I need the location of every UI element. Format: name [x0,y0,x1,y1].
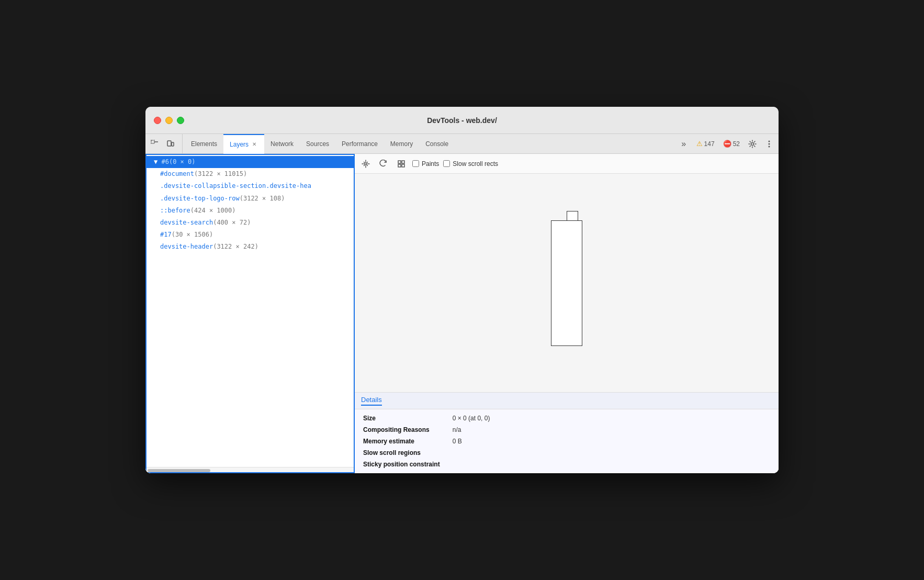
more-options-button[interactable] [762,137,776,151]
detail-key-size: Size [355,412,448,424]
details-grid: Size 0 × 0 (at 0, 0) Compositing Reasons… [355,409,779,473]
details-tab[interactable]: Details [361,396,382,406]
svg-rect-11 [398,164,401,167]
svg-rect-12 [402,164,404,167]
detail-value-slow-scroll [448,447,779,459]
tab-layers[interactable]: Layers ✕ [223,134,264,153]
layers-panel: ▼ #6(0 × 0) #document(3122 × 11015) .dev… [145,154,355,473]
devtools-window: DevTools - web.dev/ Elements [145,107,779,473]
detail-value-sticky [448,459,779,470]
layers-scrollbar[interactable] [145,467,354,473]
svg-rect-10 [402,161,404,163]
slow-scroll-checkbox[interactable] [443,160,450,167]
pan-tool-button[interactable] [359,157,373,171]
layer-item-document[interactable]: #document(3122 × 11015) [145,168,354,180]
tab-bar: Elements Layers ✕ Network Sources Perfor… [145,134,779,154]
toolbar-left [148,134,183,153]
svg-rect-2 [167,141,171,146]
tab-console[interactable]: Console [419,134,455,153]
minimize-button[interactable] [165,117,173,124]
main-content: ▼ #6(0 × 0) #document(3122 × 11015) .dev… [145,154,779,473]
inspect-element-button[interactable] [148,137,162,151]
warning-icon: ⚠ [696,140,703,148]
svg-point-4 [751,142,754,145]
tab-sources[interactable]: Sources [300,134,335,153]
page-preview [551,220,582,346]
details-header: Details [355,393,779,409]
svg-point-8 [365,163,367,165]
detail-value-memory: 0 B [448,436,779,447]
tab-layers-close[interactable]: ✕ [251,141,258,148]
layer-item-6[interactable]: ▼ #6(0 × 0) [145,156,354,168]
page-tab [567,211,578,220]
svg-rect-9 [398,161,401,163]
errors-badge[interactable]: ⛔ 52 [720,139,743,149]
rotate-tool-button[interactable] [377,157,390,171]
svg-point-5 [769,140,770,142]
svg-point-7 [769,146,770,147]
details-panel: Details Size 0 × 0 (at 0, 0) Compositing… [355,392,779,473]
tab-performance[interactable]: Performance [335,134,384,153]
layer-item-header[interactable]: devsite-header(3122 × 242) [145,241,354,253]
detail-value-compositing: n/a [448,424,779,436]
layer-item-17[interactable]: #17(30 × 1506) [145,229,354,241]
reset-view-button[interactable] [395,157,408,171]
detail-key-slow-scroll: Slow scroll regions [355,447,448,459]
paints-checkbox-label[interactable]: Paints [412,160,439,168]
title-bar: DevTools - web.dev/ [145,107,779,134]
tab-elements[interactable]: Elements [185,134,223,153]
svg-rect-0 [151,140,154,143]
detail-key-sticky: Sticky position constraint [355,459,448,470]
tab-network[interactable]: Network [264,134,300,153]
traffic-lights [154,117,184,124]
right-panel: Paints Slow scroll rects Details [355,154,779,473]
svg-rect-3 [172,142,174,146]
page-outline [551,220,582,346]
warnings-badge[interactable]: ⚠ 147 [693,139,718,149]
scrollbar-thumb[interactable] [148,469,210,472]
error-icon: ⛔ [723,140,731,148]
layers-toolbar: Paints Slow scroll rects [355,154,779,174]
canvas-area[interactable] [355,174,779,392]
settings-button[interactable] [745,137,760,151]
close-button[interactable] [154,117,161,124]
device-toolbar-button[interactable] [163,137,178,151]
detail-key-compositing: Compositing Reasons [355,424,448,436]
tabs-right: » ⚠ 147 ⛔ 52 [674,134,776,153]
detail-value-size: 0 × 0 (at 0, 0) [448,412,779,424]
window-title: DevTools - web.dev/ [427,116,497,125]
layers-tree[interactable]: ▼ #6(0 × 0) #document(3122 × 11015) .dev… [145,154,354,467]
layer-item-collapsible[interactable]: .devsite-collapsible-section.devsite-hea [145,180,354,192]
svg-point-6 [769,143,770,144]
more-tabs-button[interactable]: » [677,137,691,151]
layer-item-search[interactable]: devsite-search(400 × 72) [145,217,354,229]
slow-scroll-checkbox-label[interactable]: Slow scroll rects [443,160,498,168]
layer-item-logo-row[interactable]: .devsite-top-logo-row(3122 × 108) [145,193,354,205]
detail-key-memory: Memory estimate [355,436,448,447]
tabs-container: Elements Layers ✕ Network Sources Perfor… [185,134,674,153]
paints-checkbox[interactable] [412,160,419,167]
maximize-button[interactable] [177,117,184,124]
tab-memory[interactable]: Memory [384,134,419,153]
layer-item-before[interactable]: ::before(424 × 1000) [145,205,354,217]
